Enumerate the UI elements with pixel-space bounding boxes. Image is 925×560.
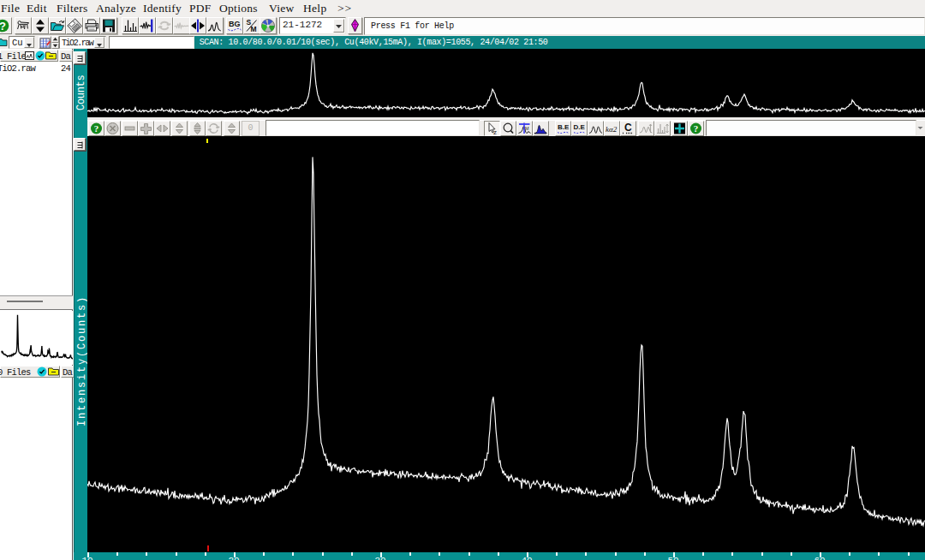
svg-text:D.E: D.E	[574, 123, 586, 131]
svg-text:kα2: kα2	[606, 125, 618, 134]
svg-text:B.E: B.E	[558, 123, 570, 131]
svg-text:?: ?	[694, 123, 699, 134]
svg-text:?: ?	[0, 20, 6, 33]
svg-text:?: ?	[94, 123, 99, 134]
svg-text:BG: BG	[229, 20, 241, 28]
svg-text:C: C	[624, 122, 632, 134]
svg-text:z: z	[493, 128, 497, 136]
svg-text:M: M	[525, 126, 529, 131]
